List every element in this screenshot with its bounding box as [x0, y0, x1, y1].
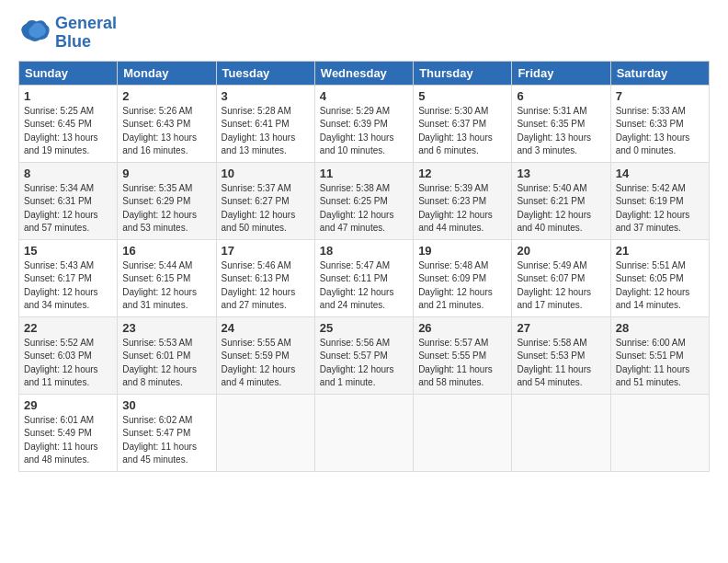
header: General Blue — [18, 15, 710, 52]
day-info: Sunrise: 5:40 AM Sunset: 6:21 PM Dayligh… — [517, 182, 605, 236]
day-number: 16 — [122, 244, 210, 258]
day-number: 7 — [616, 89, 704, 103]
day-info: Sunrise: 5:38 AM Sunset: 6:25 PM Dayligh… — [320, 182, 408, 236]
week-row-4: 22Sunrise: 5:52 AM Sunset: 6:03 PM Dayli… — [19, 316, 710, 394]
day-number: 17 — [222, 244, 310, 258]
day-cell: 11Sunrise: 5:38 AM Sunset: 6:25 PM Dayli… — [314, 162, 413, 239]
week-row-2: 8Sunrise: 5:34 AM Sunset: 6:31 PM Daylig… — [19, 162, 710, 239]
calendar: Sunday Monday Tuesday Wednesday Thursday… — [18, 61, 710, 472]
day-cell: 21Sunrise: 5:51 AM Sunset: 6:05 PM Dayli… — [610, 239, 709, 316]
day-number: 15 — [24, 244, 112, 258]
day-cell: 9Sunrise: 5:35 AM Sunset: 6:29 PM Daylig… — [118, 162, 216, 239]
day-number: 4 — [320, 89, 408, 103]
day-cell: 17Sunrise: 5:46 AM Sunset: 6:13 PM Dayli… — [216, 239, 314, 316]
day-info: Sunrise: 5:31 AM Sunset: 6:35 PM Dayligh… — [517, 105, 605, 158]
day-number: 21 — [616, 244, 704, 258]
day-number: 23 — [122, 321, 210, 335]
logo-text: General Blue — [55, 15, 117, 52]
day-number: 2 — [122, 89, 210, 103]
day-number: 25 — [320, 321, 408, 335]
day-cell: 3Sunrise: 5:28 AM Sunset: 6:41 PM Daylig… — [216, 85, 314, 162]
day-info: Sunrise: 5:53 AM Sunset: 6:01 PM Dayligh… — [122, 337, 210, 390]
day-cell: 29Sunrise: 6:01 AM Sunset: 5:49 PM Dayli… — [19, 394, 118, 471]
day-info: Sunrise: 5:30 AM Sunset: 6:37 PM Dayligh… — [418, 105, 506, 158]
day-number: 11 — [320, 167, 408, 180]
day-cell — [216, 394, 314, 471]
day-info: Sunrise: 5:56 AM Sunset: 5:57 PM Dayligh… — [320, 337, 408, 390]
day-cell: 28Sunrise: 6:00 AM Sunset: 5:51 PM Dayli… — [610, 316, 709, 394]
logo: General Blue — [18, 15, 117, 52]
day-cell: 15Sunrise: 5:43 AM Sunset: 6:17 PM Dayli… — [19, 239, 118, 316]
day-info: Sunrise: 5:33 AM Sunset: 6:33 PM Dayligh… — [616, 105, 704, 158]
day-info: Sunrise: 5:55 AM Sunset: 5:59 PM Dayligh… — [222, 337, 310, 390]
day-cell: 30Sunrise: 6:02 AM Sunset: 5:47 PM Dayli… — [118, 394, 216, 471]
header-monday: Monday — [118, 61, 216, 85]
day-info: Sunrise: 5:49 AM Sunset: 6:07 PM Dayligh… — [517, 259, 605, 313]
day-number: 19 — [418, 244, 506, 258]
day-cell: 10Sunrise: 5:37 AM Sunset: 6:27 PM Dayli… — [216, 162, 314, 239]
day-number: 6 — [517, 89, 605, 103]
header-sunday: Sunday — [19, 61, 118, 85]
header-thursday: Thursday — [414, 61, 512, 85]
day-number: 27 — [517, 321, 605, 335]
day-cell: 16Sunrise: 5:44 AM Sunset: 6:15 PM Dayli… — [118, 239, 216, 316]
day-number: 14 — [616, 167, 704, 180]
day-info: Sunrise: 5:28 AM Sunset: 6:41 PM Dayligh… — [222, 105, 310, 158]
day-cell: 23Sunrise: 5:53 AM Sunset: 6:01 PM Dayli… — [118, 316, 216, 394]
day-info: Sunrise: 5:37 AM Sunset: 6:27 PM Dayligh… — [222, 182, 310, 236]
logo-icon — [18, 17, 51, 50]
day-info: Sunrise: 5:48 AM Sunset: 6:09 PM Dayligh… — [418, 259, 506, 313]
day-number: 1 — [24, 89, 112, 103]
day-info: Sunrise: 5:57 AM Sunset: 5:55 PM Dayligh… — [418, 337, 506, 390]
day-info: Sunrise: 5:39 AM Sunset: 6:23 PM Dayligh… — [418, 182, 506, 236]
day-cell: 1Sunrise: 5:25 AM Sunset: 6:45 PM Daylig… — [19, 85, 118, 162]
day-cell: 20Sunrise: 5:49 AM Sunset: 6:07 PM Dayli… — [512, 239, 610, 316]
day-cell: 12Sunrise: 5:39 AM Sunset: 6:23 PM Dayli… — [414, 162, 512, 239]
day-number: 13 — [517, 167, 605, 180]
day-info: Sunrise: 5:43 AM Sunset: 6:17 PM Dayligh… — [24, 259, 112, 313]
day-cell: 26Sunrise: 5:57 AM Sunset: 5:55 PM Dayli… — [414, 316, 512, 394]
day-number: 10 — [222, 167, 310, 180]
day-info: Sunrise: 5:42 AM Sunset: 6:19 PM Dayligh… — [616, 182, 704, 236]
day-info: Sunrise: 5:46 AM Sunset: 6:13 PM Dayligh… — [222, 259, 310, 313]
day-number: 24 — [222, 321, 310, 335]
day-number: 20 — [517, 244, 605, 258]
week-row-1: 1Sunrise: 5:25 AM Sunset: 6:45 PM Daylig… — [19, 85, 710, 162]
day-cell: 22Sunrise: 5:52 AM Sunset: 6:03 PM Dayli… — [19, 316, 118, 394]
day-cell: 14Sunrise: 5:42 AM Sunset: 6:19 PM Dayli… — [610, 162, 709, 239]
day-info: Sunrise: 5:47 AM Sunset: 6:11 PM Dayligh… — [320, 259, 408, 313]
day-cell — [512, 394, 610, 471]
day-info: Sunrise: 6:01 AM Sunset: 5:49 PM Dayligh… — [24, 414, 112, 467]
day-number: 12 — [418, 167, 506, 180]
day-number: 8 — [24, 167, 112, 180]
week-row-5: 29Sunrise: 6:01 AM Sunset: 5:49 PM Dayli… — [19, 394, 710, 471]
day-number: 28 — [616, 321, 704, 335]
day-info: Sunrise: 5:34 AM Sunset: 6:31 PM Dayligh… — [24, 182, 112, 236]
day-number: 5 — [418, 89, 506, 103]
day-info: Sunrise: 6:02 AM Sunset: 5:47 PM Dayligh… — [122, 414, 210, 467]
weekday-header-row: Sunday Monday Tuesday Wednesday Thursday… — [19, 61, 710, 85]
day-cell: 6Sunrise: 5:31 AM Sunset: 6:35 PM Daylig… — [512, 85, 610, 162]
day-cell — [414, 394, 512, 471]
day-cell: 24Sunrise: 5:55 AM Sunset: 5:59 PM Dayli… — [216, 316, 314, 394]
day-info: Sunrise: 5:58 AM Sunset: 5:53 PM Dayligh… — [517, 337, 605, 390]
day-number: 9 — [122, 167, 210, 180]
day-info: Sunrise: 6:00 AM Sunset: 5:51 PM Dayligh… — [616, 337, 704, 390]
day-info: Sunrise: 5:29 AM Sunset: 6:39 PM Dayligh… — [320, 105, 408, 158]
header-wednesday: Wednesday — [314, 61, 413, 85]
day-cell: 8Sunrise: 5:34 AM Sunset: 6:31 PM Daylig… — [19, 162, 118, 239]
week-row-3: 15Sunrise: 5:43 AM Sunset: 6:17 PM Dayli… — [19, 239, 710, 316]
day-info: Sunrise: 5:44 AM Sunset: 6:15 PM Dayligh… — [122, 259, 210, 313]
day-cell: 27Sunrise: 5:58 AM Sunset: 5:53 PM Dayli… — [512, 316, 610, 394]
day-cell — [314, 394, 413, 471]
day-number: 29 — [24, 398, 112, 412]
day-cell: 25Sunrise: 5:56 AM Sunset: 5:57 PM Dayli… — [314, 316, 413, 394]
day-cell: 13Sunrise: 5:40 AM Sunset: 6:21 PM Dayli… — [512, 162, 610, 239]
day-cell: 18Sunrise: 5:47 AM Sunset: 6:11 PM Dayli… — [314, 239, 413, 316]
day-info: Sunrise: 5:51 AM Sunset: 6:05 PM Dayligh… — [616, 259, 704, 313]
day-info: Sunrise: 5:35 AM Sunset: 6:29 PM Dayligh… — [122, 182, 210, 236]
day-cell: 7Sunrise: 5:33 AM Sunset: 6:33 PM Daylig… — [610, 85, 709, 162]
day-number: 30 — [122, 398, 210, 412]
day-cell: 5Sunrise: 5:30 AM Sunset: 6:37 PM Daylig… — [414, 85, 512, 162]
header-friday: Friday — [512, 61, 610, 85]
